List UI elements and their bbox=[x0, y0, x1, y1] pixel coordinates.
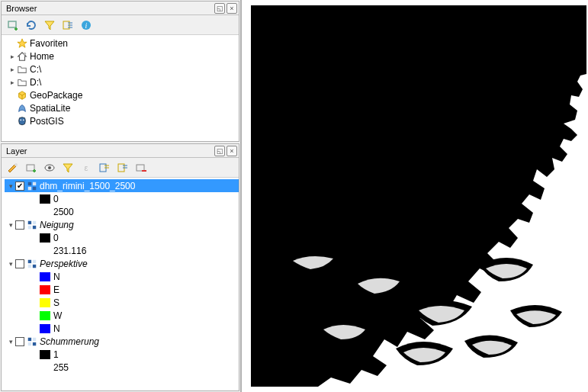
browser-item[interactable]: SpatiaLite bbox=[5, 101, 239, 114]
remove-layer-icon[interactable] bbox=[134, 161, 148, 175]
close-icon[interactable]: × bbox=[227, 146, 237, 156]
layer-header: Layer ◱ × bbox=[2, 144, 239, 158]
browser-item-label: Home bbox=[30, 51, 54, 62]
legend-item: 0 bbox=[5, 192, 239, 205]
legend-label: 1 bbox=[53, 349, 59, 360]
spatialite-icon bbox=[17, 103, 27, 114]
layer-item[interactable]: ▾Perspektive bbox=[5, 257, 239, 270]
collapse-all-icon[interactable] bbox=[61, 18, 75, 32]
legend-swatch bbox=[40, 350, 50, 359]
browser-item-label: PostGIS bbox=[30, 116, 64, 127]
expand-arrow-icon[interactable]: ▸ bbox=[8, 52, 17, 61]
browser-item-label: SpatiaLite bbox=[30, 103, 70, 114]
svg-rect-30 bbox=[28, 264, 31, 267]
svg-rect-23 bbox=[33, 186, 36, 189]
layer-toolbar: ε bbox=[2, 158, 239, 178]
expression-icon[interactable]: ε bbox=[79, 161, 93, 175]
layer-checkbox[interactable]: ✔ bbox=[15, 182, 24, 191]
expand-arrow-icon[interactable]: ▾ bbox=[6, 259, 15, 268]
expand-arrow-icon[interactable]: ▾ bbox=[6, 337, 15, 346]
browser-item[interactable]: Favoriten bbox=[5, 37, 239, 50]
browser-item[interactable]: GeoPackage bbox=[5, 88, 239, 101]
layer-item[interactable]: ▾Schummerung bbox=[5, 335, 239, 348]
svg-rect-25 bbox=[33, 220, 36, 223]
expand-arrow-icon[interactable]: ▸ bbox=[8, 78, 17, 87]
star-icon bbox=[17, 38, 27, 49]
legend-item: 0 bbox=[5, 231, 239, 244]
legend-label: W bbox=[53, 310, 62, 321]
legend-swatch bbox=[40, 311, 50, 320]
add-group-icon[interactable] bbox=[24, 161, 38, 175]
svg-rect-18 bbox=[137, 165, 144, 171]
expand-arrow-icon[interactable]: ▸ bbox=[8, 65, 17, 74]
browser-title: Browser bbox=[6, 4, 213, 13]
svg-rect-35 bbox=[33, 342, 36, 345]
layer-checkbox[interactable] bbox=[15, 259, 24, 268]
legend-swatch bbox=[40, 298, 50, 307]
browser-item[interactable]: PostGIS bbox=[5, 114, 239, 127]
layer-name-label: Neigung bbox=[40, 220, 74, 230]
browser-item[interactable]: ▸Home bbox=[5, 50, 239, 63]
expand-all-icon[interactable] bbox=[98, 161, 111, 175]
svg-rect-24 bbox=[28, 220, 31, 223]
legend-item: 255 bbox=[5, 361, 239, 374]
expand-arrow-icon[interactable]: ▾ bbox=[6, 220, 15, 230]
layer-item[interactable]: ▾Neigung bbox=[5, 218, 239, 231]
browser-panel: Browser ◱ × i Favoriten▸Home▸C:\▸D:\GeoP… bbox=[1, 1, 239, 142]
layer-name-label: Perspektive bbox=[40, 259, 88, 269]
undock-icon[interactable]: ◱ bbox=[214, 146, 225, 156]
layer-item[interactable]: ▾✔dhm_rimini_1500_2500 bbox=[5, 179, 239, 192]
layer-title: Layer bbox=[6, 146, 213, 156]
svg-rect-0 bbox=[8, 21, 16, 27]
browser-tree[interactable]: Favoriten▸Home▸C:\▸D:\GeoPackageSpatiaLi… bbox=[2, 35, 239, 141]
style-icon[interactable] bbox=[6, 161, 20, 175]
legend-label: E bbox=[53, 284, 59, 295]
browser-item-label: D:\ bbox=[30, 77, 41, 88]
raster-icon bbox=[27, 336, 37, 347]
filter-icon[interactable] bbox=[43, 18, 56, 32]
svg-point-7 bbox=[20, 119, 21, 120]
browser-toolbar: i bbox=[2, 15, 239, 35]
layer-checkbox[interactable] bbox=[15, 337, 24, 346]
browser-item[interactable]: ▸D:\ bbox=[5, 76, 239, 88]
svg-rect-33 bbox=[33, 337, 36, 340]
refresh-icon[interactable] bbox=[24, 18, 38, 32]
browser-item-label: GeoPackage bbox=[30, 90, 82, 101]
legend-label: N bbox=[53, 272, 60, 282]
svg-rect-28 bbox=[28, 259, 31, 262]
raster-icon bbox=[27, 181, 37, 191]
map-canvas[interactable] bbox=[241, 0, 588, 392]
map-render bbox=[243, 5, 586, 387]
svg-rect-26 bbox=[28, 225, 31, 228]
layer-tree[interactable]: ▾✔dhm_rimini_1500_250002500▾Neigung0231.… bbox=[2, 178, 239, 390]
legend-item: N bbox=[5, 322, 239, 335]
undock-icon[interactable]: ◱ bbox=[214, 3, 225, 14]
legend-swatch bbox=[40, 194, 50, 204]
expand-arrow-icon[interactable]: ▾ bbox=[6, 182, 15, 191]
close-icon[interactable]: × bbox=[227, 3, 237, 14]
legend-swatch bbox=[40, 272, 50, 281]
collapse-all-icon[interactable] bbox=[116, 161, 130, 175]
legend-item: 231.116 bbox=[5, 244, 239, 257]
svg-rect-21 bbox=[33, 182, 36, 185]
legend-label: S bbox=[53, 297, 59, 308]
legend-item: S bbox=[5, 296, 239, 309]
legend-label: 0 bbox=[53, 233, 59, 243]
svg-rect-29 bbox=[33, 259, 36, 262]
svg-point-9 bbox=[14, 163, 18, 166]
raster-icon bbox=[27, 220, 37, 230]
add-layer-icon[interactable] bbox=[6, 18, 20, 32]
visibility-icon[interactable] bbox=[43, 161, 56, 175]
legend-label: 0 bbox=[53, 194, 59, 204]
filter-icon[interactable] bbox=[61, 161, 75, 175]
legend-item: E bbox=[5, 283, 239, 296]
svg-point-14 bbox=[48, 166, 51, 169]
browser-item[interactable]: ▸C:\ bbox=[5, 63, 239, 76]
svg-point-8 bbox=[23, 119, 24, 120]
legend-swatch bbox=[40, 324, 50, 333]
layer-checkbox[interactable] bbox=[15, 220, 24, 230]
legend-swatch bbox=[40, 285, 50, 294]
layer-name-label: Schummerung bbox=[40, 336, 99, 347]
svg-rect-10 bbox=[27, 165, 34, 171]
info-icon[interactable]: i bbox=[79, 18, 93, 32]
